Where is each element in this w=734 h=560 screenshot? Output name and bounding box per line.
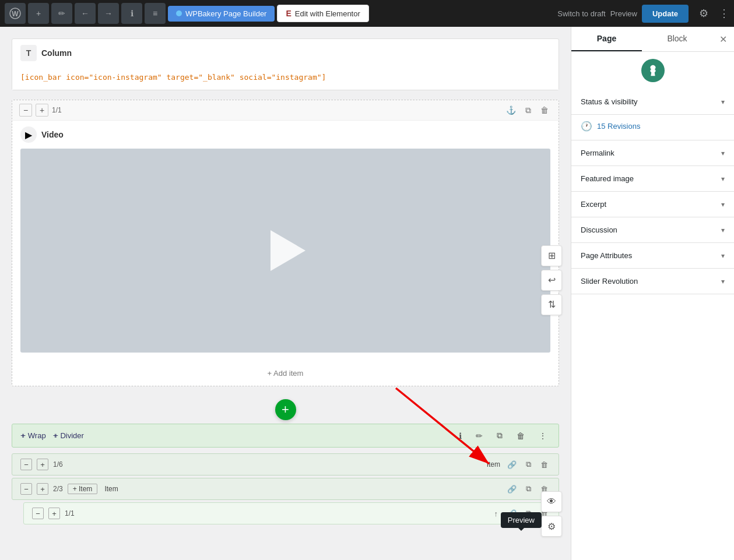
featured-image-header[interactable]: Featured image ▾ [571,166,734,191]
wpbakery-dot [176,10,182,16]
permalink-header[interactable]: Permalink ▾ [571,140,734,165]
row1-trash-btn[interactable]: 🗑 [538,459,550,470]
revisions-link[interactable]: 15 Revisions [597,122,640,131]
row2-plus[interactable]: + [37,483,48,495]
featured-image-section: Featured image ▾ [571,166,734,192]
status-chevron-icon: ▾ [721,98,725,106]
video-plus-button[interactable]: + [36,104,48,117]
bottom-float-tools: 👁 ⚙ [541,491,562,537]
float-grid-button[interactable]: ⊞ [541,245,562,266]
column-block: T Column [icon_bar icon="icon-instagram"… [12,38,559,90]
row1-plus[interactable]: + [37,459,48,470]
row2-minus[interactable]: − [20,483,32,495]
preview-button[interactable]: Preview [610,9,637,18]
inner-plus[interactable]: + [48,508,60,519]
item-label-2: Item [104,485,118,493]
edit-button[interactable]: ✏ [51,3,72,24]
elementor-icon: E [286,9,291,18]
divider-button[interactable]: + + Divider [53,431,84,440]
video-minus-button[interactable]: − [19,104,32,117]
discussion-title: Discussion [581,226,617,234]
float-eye-button[interactable]: 👁 [541,491,562,512]
info-button[interactable]: ℹ [121,3,142,24]
row2-item-button[interactable]: + Item [68,484,98,494]
right-sidebar: Page Block ✕ Status & visibility ▾ 🕐 15 [571,27,734,560]
revisions-section: 🕐 15 Revisions [571,115,734,140]
video-play-icon: ▶ [20,126,37,143]
bar-info-button[interactable]: ℹ [455,429,465,442]
row1-copy-btn[interactable]: ⧉ [524,459,533,470]
elementor-button[interactable]: E Edit with Elementor [277,5,368,22]
row2-copy-btn[interactable]: ⧉ [524,483,533,495]
more-button[interactable]: ⋮ [719,7,729,20]
excerpt-title: Excerpt [581,200,606,209]
undo-button[interactable]: ← [75,3,96,24]
switch-draft-button[interactable]: Switch to draft [557,9,605,18]
wp-logo[interactable]: W [5,3,26,24]
page-attributes-title: Page Attributes [581,251,632,260]
video-block-title: Video [41,130,64,139]
status-visibility-section: Status & visibility ▾ [571,89,734,115]
wrap-divider-bar: + + Wrap + + Divider ℹ ✏ ⧉ 🗑 ⋮ [12,424,559,448]
wrap-button[interactable]: + + Wrap [20,431,46,440]
page-attributes-header[interactable]: Page Attributes ▾ [571,243,734,268]
elementor-label: Edit with Elementor [295,9,360,18]
discussion-header[interactable]: Discussion ▾ [571,217,734,242]
redo-button[interactable]: → [98,3,119,24]
main-layout: T Column [icon_bar icon="icon-instagram"… [0,27,734,560]
float-undo-button[interactable]: ↩ [541,270,562,291]
update-button[interactable]: Update [642,5,689,23]
row2-link-btn[interactable]: 🔗 [505,484,519,495]
video-toolbar: − + 1/1 ⚓ ⧉ 🗑 [12,100,559,121]
excerpt-header[interactable]: Excerpt ▾ [571,192,734,217]
slider-revolution-section: Slider Revolution ▾ [571,269,734,294]
inner-up-btn[interactable]: ↑ [492,508,501,519]
status-visibility-title: Status & visibility [581,97,638,106]
block-tab[interactable]: Block [642,27,712,51]
excerpt-section: Excerpt ▾ [571,192,734,217]
float-settings-button[interactable]: ⚙ [541,516,562,537]
row1-link-btn[interactable]: 🔗 [505,459,519,470]
column-block-icon: T [20,45,37,61]
svg-text:W: W [12,10,19,18]
bar-trash-button[interactable]: 🗑 [513,429,528,442]
green-add-button[interactable]: + [275,399,296,420]
column-code-content: [icon_bar icon="icon-instagram" target="… [12,67,559,90]
row1-minus[interactable]: − [20,459,32,470]
slider-revolution-chevron-icon: ▾ [721,277,725,286]
bar-link-button[interactable]: ⧉ [493,429,506,442]
slider-revolution-title: Slider Revolution [581,277,638,286]
row1-controls: − + 1/6 Item 🔗 ⧉ 🗑 [12,453,559,476]
discussion-chevron-icon: ▾ [721,226,725,234]
video-preview[interactable] [20,149,550,353]
status-visibility-header[interactable]: Status & visibility ▾ [571,89,734,114]
top-toolbar: W + ✏ ← → ℹ ≡ WPBakery Page Builder E Ed… [0,0,734,27]
permalink-section: Permalink ▾ [571,140,734,166]
page-tab[interactable]: Page [571,27,642,51]
editor-area: T Column [icon_bar icon="icon-instagram"… [0,27,571,560]
wpbakery-button[interactable]: WPBakery Page Builder [168,6,275,22]
wpbakery-label: WPBakery Page Builder [185,9,266,18]
settings-button[interactable]: ⚙ [693,3,714,24]
sidebar-tab-bar: Page Block ✕ [571,27,734,52]
bar-more-button[interactable]: ⋮ [535,429,550,442]
inner-minus[interactable]: − [32,508,44,519]
add-item-bar[interactable]: + Add item [12,361,559,386]
video-copy-button[interactable]: ⧉ [522,104,534,117]
video-block: − + 1/1 ⚓ ⧉ 🗑 ▶ Video + Add item [12,100,559,386]
bottom-rows: − + 1/6 Item 🔗 ⧉ 🗑 − + 2/3 + Item Item 🔗 [12,453,559,524]
add-item-label: + Add item [268,369,304,378]
slider-revolution-header[interactable]: Slider Revolution ▾ [571,269,734,294]
add-button[interactable]: + [28,3,49,24]
site-icon [641,59,665,82]
cupcake-icon [647,64,659,77]
green-add-container: + [12,389,559,410]
sidebar-close-button[interactable]: ✕ [712,28,734,51]
video-trash-button[interactable]: 🗑 [538,104,552,116]
video-link-button[interactable]: ⚓ [503,104,519,116]
excerpt-chevron-icon: ▾ [721,200,725,209]
float-sort-button[interactable]: ⇅ [541,294,562,315]
menu-button[interactable]: ≡ [145,3,166,24]
inner-row: − + 1/1 ↑ 🔗 ⧉ 🗑 [23,502,559,524]
bar-edit-button[interactable]: ✏ [472,429,486,442]
